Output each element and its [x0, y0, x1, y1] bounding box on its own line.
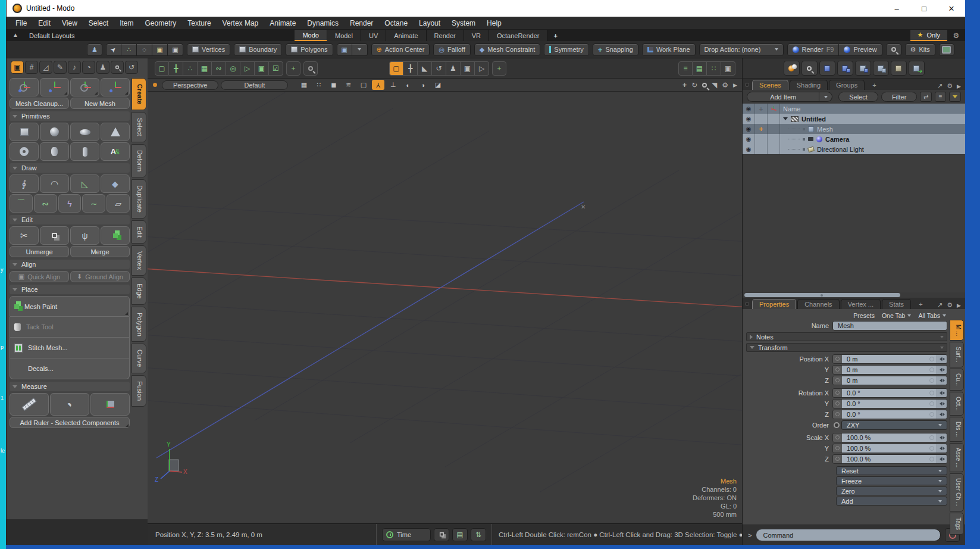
- menu-layout[interactable]: Layout: [419, 19, 440, 27]
- cage-toggle-icon[interactable]: ▢: [357, 80, 370, 90]
- position-y-field[interactable]: 0 m: [832, 365, 947, 375]
- inspect-op-button[interactable]: [303, 61, 318, 76]
- curve-ops-icon[interactable]: ∾: [212, 61, 226, 76]
- mode-dropdown[interactable]: [352, 43, 368, 56]
- crop-tools-icon[interactable]: ◿: [39, 61, 52, 74]
- edit-merge-meshes-tool[interactable]: [101, 226, 130, 245]
- tab-pin-icon[interactable]: [745, 302, 749, 306]
- edit-section-header[interactable]: Edit: [10, 215, 130, 224]
- only-toggle[interactable]: ★ Only: [910, 30, 948, 41]
- layout-tab-render[interactable]: Render: [427, 30, 464, 41]
- add-mesh-pile-icon[interactable]: [837, 61, 853, 76]
- rotation-z-field[interactable]: 0.0 °: [832, 410, 947, 419]
- primitive-cylinder-button[interactable]: [40, 142, 69, 161]
- item-list-scrollbar[interactable]: [743, 292, 965, 298]
- tab-curve[interactable]: Curve: [131, 344, 146, 373]
- work-plane-button[interactable]: Work Plane: [642, 43, 696, 56]
- vertex-ops-icon[interactable]: ∴: [183, 61, 198, 76]
- order-radio[interactable]: [834, 422, 840, 428]
- ghost-rotate-icon[interactable]: ↺: [432, 61, 446, 76]
- list-view-icon[interactable]: ≡: [678, 61, 693, 76]
- split-shade-icon[interactable]: ◪: [431, 80, 444, 90]
- light-toggle-icon[interactable]: ⊥: [387, 80, 399, 90]
- brush-tools-icon[interactable]: ✎: [54, 61, 67, 74]
- search-item-icon[interactable]: [801, 61, 818, 76]
- one-tab-dropdown[interactable]: One Tab: [882, 312, 912, 319]
- instance-item-icon[interactable]: [873, 61, 889, 76]
- draw-pen-tool[interactable]: ◺: [70, 174, 99, 193]
- tab-edit[interactable]: Edit: [131, 220, 146, 244]
- name-field[interactable]: [832, 321, 947, 330]
- rotate-tool[interactable]: [70, 78, 99, 96]
- layout-tab-octanerender[interactable]: OctaneRender: [489, 30, 548, 41]
- ghost-item-icon[interactable]: [891, 61, 907, 76]
- draw-sketch-tool[interactable]: ∼: [82, 194, 105, 213]
- menu-file[interactable]: File: [15, 19, 27, 27]
- shadow-toggle-icon[interactable]: ◐: [402, 80, 414, 90]
- ghost-mode-icon[interactable]: ▢: [389, 61, 403, 76]
- layout-tab-modo[interactable]: Modo: [295, 30, 327, 41]
- boundary-mode-button[interactable]: Boundary: [234, 43, 282, 56]
- lattice-tools-icon[interactable]: #: [25, 61, 38, 74]
- tab-stats[interactable]: Stats: [882, 299, 911, 309]
- measure-ruler-tool[interactable]: [10, 393, 49, 416]
- preview-ball-icon[interactable]: [784, 61, 800, 76]
- polygons-mode-button[interactable]: Polygons: [286, 43, 333, 56]
- draw-section-header[interactable]: Draw: [10, 163, 130, 173]
- draw-patch-tool[interactable]: ◠: [40, 174, 69, 193]
- sculpt-tools-icon[interactable]: ♪: [68, 61, 81, 74]
- quad-view-icon[interactable]: ∷: [312, 80, 325, 90]
- freeze-dropdown[interactable]: Freeze: [836, 476, 947, 485]
- scene-gear-icon[interactable]: ⚙: [947, 82, 953, 90]
- time-tools-icon[interactable]: ◔: [82, 61, 95, 74]
- add-properties-tab[interactable]: +: [912, 299, 929, 309]
- tab-edge[interactable]: Edge: [131, 277, 146, 305]
- vertices-mode-button[interactable]: Vertices: [187, 43, 230, 56]
- menu-view[interactable]: View: [62, 19, 77, 27]
- time-button[interactable]: Time: [382, 528, 431, 541]
- menu-texture[interactable]: Texture: [187, 19, 211, 27]
- menu-dynamics[interactable]: Dynamics: [307, 19, 339, 27]
- item-mode-cube-icon[interactable]: ▣: [337, 43, 352, 56]
- position-x-field[interactable]: 0 m: [832, 354, 947, 364]
- primitive-cone-button[interactable]: [101, 123, 130, 141]
- add-mesh-icon[interactable]: [819, 61, 835, 76]
- mesh-ops-icon[interactable]: ▢: [155, 61, 169, 76]
- side-tab-assemblies[interactable]: Asse ...: [950, 443, 964, 472]
- close-button[interactable]: ✕: [938, 0, 965, 17]
- rotation-y-field[interactable]: 0.0 °: [832, 399, 947, 408]
- side-tab-mesh[interactable]: M ...: [950, 320, 964, 341]
- cube-shaded-icon[interactable]: ▣: [152, 43, 168, 56]
- side-tab-octane[interactable]: Oct...: [950, 392, 964, 416]
- primitives-section-header[interactable]: Primitives: [10, 111, 130, 121]
- move-tool[interactable]: [40, 78, 69, 96]
- select-button[interactable]: Select: [838, 92, 878, 102]
- check-ops-icon[interactable]: ☑: [269, 61, 283, 76]
- tab-create[interactable]: Create: [131, 78, 146, 110]
- menu-animate[interactable]: Animate: [270, 19, 296, 27]
- snapping-button[interactable]: +Snapping: [593, 43, 638, 56]
- tab-deform[interactable]: Deform: [131, 144, 146, 177]
- viewport-gear-icon[interactable]: ⚙: [722, 81, 728, 89]
- scene-menu-icon[interactable]: ▶: [957, 83, 961, 89]
- add-dropdown[interactable]: Add: [836, 497, 947, 506]
- vertex-select-icon[interactable]: ∴: [121, 43, 137, 56]
- target-ops-icon[interactable]: ◎: [226, 61, 240, 76]
- transform-ops-icon[interactable]: ╋: [169, 61, 183, 76]
- layers-view-icon[interactable]: ▤: [693, 61, 707, 76]
- mesh-cleanup-button[interactable]: Mesh Cleanup...: [10, 98, 69, 109]
- side-tab-user-channels[interactable]: User Ch ...: [950, 473, 964, 511]
- tab-pin-icon[interactable]: [745, 83, 749, 87]
- edit-comb-tool[interactable]: ψ: [70, 226, 99, 245]
- command-input[interactable]: [756, 529, 941, 541]
- funnel-filter-icon[interactable]: [949, 92, 961, 102]
- mesh-constraint-button[interactable]: ◆Mesh Constraint: [474, 43, 541, 56]
- shading-style-selector[interactable]: Default: [221, 80, 288, 90]
- notes-section-header[interactable]: Notes: [746, 332, 947, 341]
- primitive-text-button[interactable]: A&: [101, 142, 130, 161]
- ghost-play-icon[interactable]: ▷: [475, 61, 489, 76]
- place-section-header[interactable]: Place: [10, 285, 130, 294]
- tab-groups[interactable]: Groups: [829, 80, 865, 90]
- swap-columns-icon[interactable]: ⇄: [920, 92, 932, 102]
- solid-toggle-icon[interactable]: ◼: [327, 80, 340, 90]
